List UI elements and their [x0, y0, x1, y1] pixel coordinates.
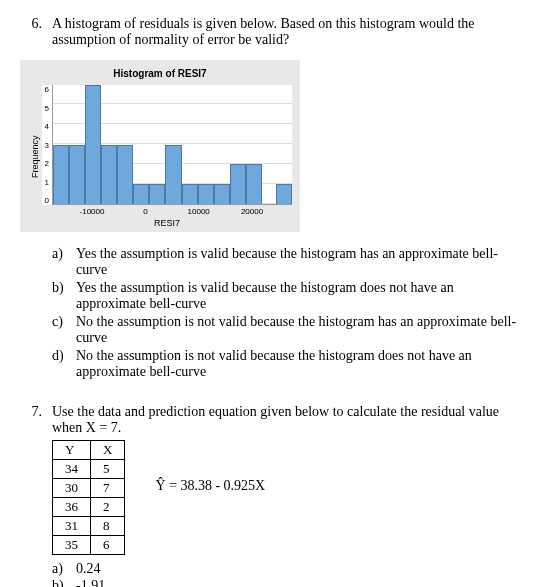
data-table: Y X 345 307 362 318 356	[52, 440, 125, 555]
question-7-text: Use the data and prediction equation giv…	[52, 404, 523, 436]
option-7b: b) -1.91	[52, 578, 523, 587]
chart-yticks: 6 5 4 3 2 1 0	[42, 85, 52, 205]
chart-bar	[182, 184, 198, 204]
chart-bars	[53, 85, 292, 204]
table-row: 356	[53, 536, 125, 555]
question-6: 6. A histogram of residuals is given bel…	[20, 16, 523, 380]
chart-xticks: -10000 0 10000 20000	[52, 207, 292, 216]
chart-bar	[133, 184, 149, 204]
chart-ylabel: Frequency	[28, 85, 42, 228]
table-head-y: Y	[53, 441, 91, 460]
table-head-x: X	[91, 441, 125, 460]
question-6-text: A histogram of residuals is given below.…	[52, 16, 523, 48]
chart-bar	[101, 145, 117, 205]
chart-bar	[149, 184, 165, 204]
question-6-number: 6.	[20, 16, 42, 32]
table-row: 362	[53, 498, 125, 517]
question-6-options: a) Yes the assumption is valid because t…	[52, 246, 523, 380]
chart-title: Histogram of RESI7	[28, 68, 292, 79]
option-6b: b) Yes the assumption is valid because t…	[52, 280, 523, 312]
option-6d: d) No the assumption is not valid becaus…	[52, 348, 523, 380]
question-7-number: 7.	[20, 404, 42, 420]
histogram-chart: Histogram of RESI7 Frequency 6 5 4 3 2 1…	[20, 60, 300, 232]
option-6a: a) Yes the assumption is valid because t…	[52, 246, 523, 278]
chart-bar	[276, 184, 292, 204]
chart-bar	[214, 184, 230, 204]
question-7-options: a) 0.24 b) -1.91 c) -0.03 d) 2.17	[52, 561, 523, 587]
chart-xlabel: RESI7	[42, 218, 292, 228]
chart-bar	[230, 164, 246, 204]
table-row: 307	[53, 479, 125, 498]
table-row: 318	[53, 517, 125, 536]
chart-bar	[53, 145, 69, 205]
option-6c: c) No the assumption is not valid becaus…	[52, 314, 523, 346]
prediction-equation: Ŷ = 38.38 - 0.925X	[155, 436, 265, 494]
question-7: 7. Use the data and prediction equation …	[20, 404, 523, 587]
chart-bar	[165, 145, 181, 205]
table-row: 345	[53, 460, 125, 479]
chart-bar	[198, 184, 214, 204]
chart-bar	[246, 164, 262, 204]
chart-bar	[69, 145, 85, 205]
option-7a: a) 0.24	[52, 561, 523, 577]
chart-bar	[85, 85, 101, 204]
chart-bar	[117, 145, 133, 205]
